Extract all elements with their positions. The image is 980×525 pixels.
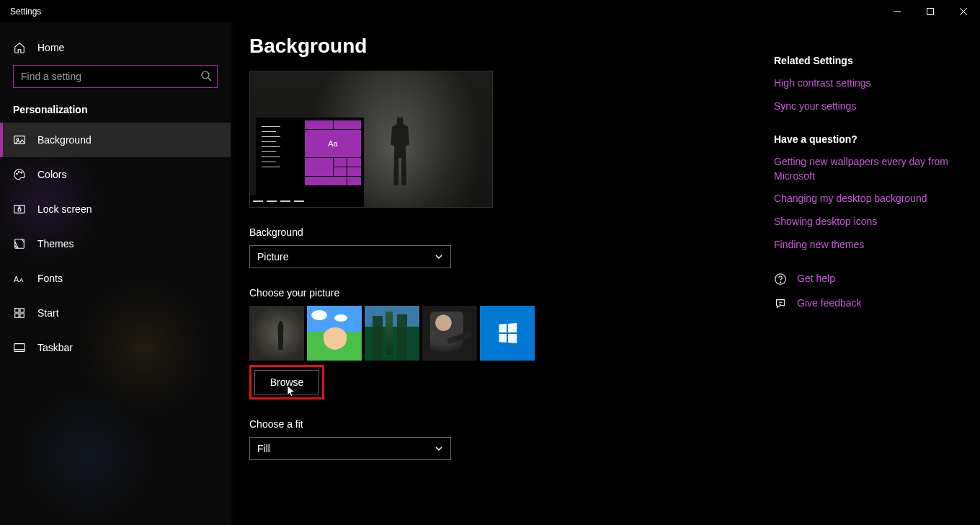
minimize-button[interactable] [881, 0, 914, 23]
thumbnail-wallpaper-action[interactable] [422, 306, 477, 361]
sidebar-item-label: Fonts [37, 273, 63, 284]
svg-text:A: A [19, 277, 24, 283]
svg-rect-16 [15, 309, 19, 312]
search-input[interactable] [13, 65, 218, 88]
chevron-down-icon [435, 444, 443, 453]
sidebar-item-label: Taskbar [37, 342, 73, 353]
palette-icon [13, 168, 26, 181]
preview-start-menu: Aa [256, 118, 364, 195]
choose-fit-value: Fill [257, 443, 270, 454]
main-content: Background Aa [249, 35, 760, 525]
picture-icon [13, 133, 26, 146]
svg-rect-20 [14, 344, 24, 352]
svg-point-10 [21, 172, 22, 173]
sidebar-item-label: Lock screen [37, 203, 92, 215]
link-sync-settings[interactable]: Sync your settings [774, 100, 961, 114]
svg-rect-12 [18, 208, 21, 211]
thumbnail-wallpaper-nature[interactable] [365, 306, 419, 361]
choose-fit-select[interactable]: Fill [249, 437, 451, 460]
svg-text:A: A [14, 275, 19, 283]
have-question-title: Have a question? [774, 133, 961, 145]
link-get-help[interactable]: Get help [797, 272, 835, 286]
sidebar-home[interactable]: Home [0, 30, 231, 65]
page-title: Background [249, 35, 760, 58]
svg-point-23 [780, 282, 780, 283]
svg-line-5 [208, 78, 211, 81]
svg-rect-11 [14, 206, 24, 213]
sidebar-item-themes[interactable]: Themes [0, 226, 231, 261]
cursor-icon [287, 385, 297, 400]
get-help-icon [774, 273, 787, 286]
sidebar-item-start[interactable]: Start [0, 296, 231, 330]
thumbnail-wallpaper-windows[interactable] [480, 306, 535, 361]
background-type-select[interactable]: Picture [249, 245, 451, 268]
taskbar-icon [13, 341, 26, 354]
svg-point-8 [17, 173, 18, 175]
sidebar-item-label: Start [37, 307, 59, 319]
chevron-down-icon [435, 252, 443, 261]
close-icon [960, 8, 967, 15]
link-changing-background[interactable]: Changing my desktop background [774, 192, 961, 206]
sidebar-item-label: Themes [37, 238, 74, 250]
svg-rect-19 [20, 314, 24, 317]
fonts-icon: AA [13, 272, 26, 285]
maximize-icon [927, 8, 934, 15]
browse-button[interactable]: Browse [254, 370, 319, 394]
link-finding-themes[interactable]: Finding new themes [774, 238, 961, 252]
window-title: Settings [10, 6, 41, 17]
search-icon [200, 70, 212, 84]
background-type-value: Picture [257, 251, 289, 262]
link-getting-wallpapers[interactable]: Getting new wallpapers every day from Mi… [774, 155, 961, 183]
sidebar-item-label: Background [37, 134, 92, 146]
sidebar-item-lockscreen[interactable]: Lock screen [0, 192, 231, 226]
thumbnail-wallpaper-cartoon[interactable] [307, 306, 362, 361]
sidebar-home-label: Home [37, 42, 64, 53]
sidebar-item-background[interactable]: Background [0, 123, 231, 157]
svg-rect-1 [927, 9, 934, 15]
give-feedback-icon [774, 297, 787, 310]
thumbnail-wallpaper-robot[interactable] [249, 306, 304, 361]
sidebar-item-colors[interactable]: Colors [0, 157, 231, 192]
themes-icon [13, 237, 26, 250]
picture-thumbnails [249, 306, 760, 361]
sidebar-item-label: Colors [37, 169, 66, 180]
preview-sample-text: Aa [328, 139, 337, 148]
sidebar-item-taskbar[interactable]: Taskbar [0, 330, 231, 365]
browse-highlight: Browse [249, 365, 324, 400]
close-button[interactable] [947, 0, 980, 23]
svg-rect-17 [20, 309, 24, 312]
svg-point-7 [17, 138, 19, 141]
link-give-feedback[interactable]: Give feedback [797, 296, 862, 311]
sidebar-item-fonts[interactable]: AA Fonts [0, 261, 231, 296]
titlebar: Settings [0, 0, 980, 23]
background-type-label: Background [249, 226, 760, 238]
maximize-button[interactable] [914, 0, 947, 23]
choose-picture-label: Choose your picture [249, 287, 760, 299]
start-icon [13, 306, 26, 319]
preview-taskbar [250, 195, 364, 207]
related-settings-title: Related Settings [774, 55, 961, 66]
lockscreen-icon [13, 203, 26, 216]
svg-rect-18 [15, 314, 19, 317]
minimize-icon [894, 8, 901, 15]
right-panel: Related Settings High contrast settings … [760, 35, 961, 525]
sidebar: Home Personalization Background Colors [0, 23, 231, 525]
desktop-preview: Aa [249, 71, 493, 208]
choose-fit-label: Choose a fit [249, 418, 760, 430]
link-high-contrast[interactable]: High contrast settings [774, 76, 961, 91]
svg-point-9 [18, 172, 19, 173]
sidebar-group-title: Personalization [0, 104, 231, 123]
home-icon [13, 41, 26, 54]
svg-point-4 [202, 71, 209, 79]
link-showing-icons[interactable]: Showing desktop icons [774, 215, 961, 229]
